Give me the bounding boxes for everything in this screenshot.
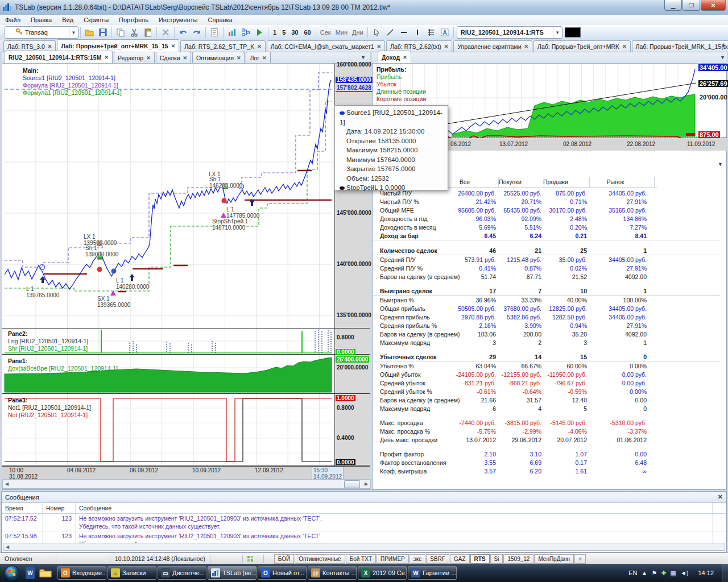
- workspace-tab[interactable]: Лаб: CCI+EMA_I@sh_сжать_маркет1✕: [267, 40, 385, 52]
- workspace-tab[interactable]: Лаб: RTS_3.0✕: [3, 40, 56, 52]
- tab-close-icon[interactable]: ✕: [104, 55, 109, 60]
- grid-icon[interactable]: [243, 555, 264, 563]
- network-icon[interactable]: ▦: [671, 569, 676, 577]
- menu-item[interactable]: Файл: [0, 16, 26, 24]
- menu-item[interactable]: Портфель: [114, 16, 154, 24]
- income-tab[interactable]: Доход✕: [378, 51, 411, 63]
- delete-icon[interactable]: [159, 26, 172, 39]
- taskbar-button[interactable]: WГарантии ...: [408, 566, 457, 580]
- scroll-right-icon[interactable]: ▶: [362, 480, 370, 488]
- script-tab[interactable]: Сделки✕: [156, 52, 191, 63]
- taskbar-button[interactable]: TSLab (ве...: [208, 566, 257, 580]
- taskbar-button[interactable]: X2012 09 Се...: [358, 566, 407, 580]
- copy-icon[interactable]: [114, 26, 127, 39]
- portfolio-tab[interactable]: Бой TXT: [346, 554, 376, 564]
- portfolio-tab[interactable]: БОЙ: [274, 554, 294, 564]
- portfolio-tab[interactable]: RTS: [470, 554, 490, 564]
- maximize-button[interactable]: ❐: [682, 0, 700, 11]
- explorer-icon[interactable]: [38, 567, 53, 579]
- cursor-icon[interactable]: [370, 26, 383, 39]
- timeframe-unit-button[interactable]: Сек: [318, 28, 333, 37]
- tab-close-icon[interactable]: ✕: [524, 44, 529, 49]
- save-icon[interactable]: [96, 26, 110, 39]
- update-icon[interactable]: ✚: [661, 569, 666, 577]
- vline-icon[interactable]: [411, 26, 424, 39]
- tab-close-icon[interactable]: ✕: [403, 55, 407, 60]
- workspace-tab[interactable]: Управление скриптами✕: [453, 40, 532, 52]
- timeframe-unit-button[interactable]: Дни: [350, 28, 366, 37]
- blocks-icon[interactable]: [239, 26, 253, 39]
- messages-scroll-left-icon[interactable]: ◀: [3, 543, 11, 550]
- undo-icon[interactable]: [176, 26, 190, 39]
- agent-selector[interactable]: RIU2_120501_120914-1:RTS▼: [457, 26, 562, 39]
- connection-dropdown-icon[interactable]: ▼: [69, 27, 78, 38]
- open-icon[interactable]: [82, 26, 96, 39]
- menu-item[interactable]: Справка: [203, 16, 238, 24]
- workspace-tab[interactable]: Лаб: Прорыв+Трей_опт+MRK_15_15✕: [57, 39, 179, 52]
- text-icon[interactable]: A: [438, 26, 452, 39]
- tab-close-icon[interactable]: ✕: [377, 44, 382, 49]
- start-button[interactable]: [0, 565, 24, 581]
- volume-icon[interactable]: ◄): [680, 569, 689, 576]
- menu-item[interactable]: Правка: [26, 16, 57, 24]
- timeframe-button[interactable]: 30: [288, 28, 301, 37]
- timeframe-unit-button[interactable]: Мин: [333, 28, 350, 37]
- paste-icon[interactable]: [141, 26, 155, 39]
- portfolio-tab[interactable]: ПРИМЕР: [377, 554, 409, 564]
- trendline-icon[interactable]: [383, 26, 397, 39]
- scrollbar-thumb[interactable]: [344, 480, 360, 488]
- close-button[interactable]: ✕: [701, 0, 726, 11]
- taskbar-button[interactable]: @Контакты ...: [308, 566, 357, 580]
- tab-close-icon[interactable]: ✕: [262, 55, 267, 61]
- tab-close-icon[interactable]: ✕: [146, 55, 151, 61]
- workspace-tab[interactable]: Лаб: Прорыв+Трей_MRK_1_15(txt)✕: [632, 40, 728, 52]
- messages-h-scrollbar[interactable]: ◀: [3, 543, 725, 551]
- portfolio-tab[interactable]: Оптимистичные: [295, 554, 345, 564]
- chart-icon[interactable]: [225, 26, 239, 39]
- connection-selector[interactable]: Transaq▼: [5, 26, 78, 39]
- workspace-tab[interactable]: Лаб: RTS_2.62(txt)✕: [386, 40, 452, 52]
- script-tab[interactable]: Редактор✕: [114, 52, 155, 63]
- hidden-icons-arrow-icon[interactable]: ▲: [642, 569, 648, 576]
- tab-close-icon[interactable]: ✕: [622, 44, 627, 49]
- redo-icon[interactable]: [190, 26, 204, 39]
- agent-dropdown-icon[interactable]: ▼: [553, 27, 562, 38]
- tab-close-icon[interactable]: ✕: [257, 44, 262, 49]
- menu-item[interactable]: Скрипты: [78, 16, 114, 24]
- run-icon[interactable]: [253, 26, 266, 39]
- script-tab[interactable]: RIU2_120501_120914-1:RTS:15M✕: [5, 51, 113, 63]
- taskbar-button[interactable]: OВходящие...: [57, 566, 106, 580]
- hline-icon[interactable]: [397, 26, 411, 39]
- language-indicator[interactable]: EN: [628, 569, 637, 576]
- color-swatch[interactable]: [565, 27, 581, 38]
- tab-overflow-icon[interactable]: ⇟: [721, 42, 726, 581]
- taskbar-button[interactable]: ▭Диспетче...: [158, 566, 206, 580]
- tab-close-icon[interactable]: ✕: [171, 43, 176, 49]
- chart-h-scrollbar[interactable]: ◀ ▶: [2, 479, 371, 489]
- timeframe-button[interactable]: 5: [279, 28, 288, 37]
- portfolio-tab[interactable]: GAZ: [450, 554, 470, 564]
- cut-icon[interactable]: [127, 26, 141, 39]
- taskbar-button[interactable]: ≡Записки: [107, 566, 156, 580]
- script-tab[interactable]: Оптимизация✕: [192, 52, 245, 63]
- tab-close-icon[interactable]: ✕: [444, 44, 449, 49]
- right-tabs-dropdown-icon[interactable]: ▼: [720, 55, 725, 60]
- tab-close-icon[interactable]: ✕: [237, 55, 241, 61]
- taskbar-button[interactable]: OНовый от...: [258, 566, 307, 580]
- minimize-button[interactable]: ▁: [664, 0, 682, 11]
- workspace-tab[interactable]: Лаб: Прорыв+Трей_опт+MRK✕: [533, 40, 630, 52]
- fibo-icon[interactable]: [424, 26, 438, 39]
- workspace-tab[interactable]: Лаб: RTS_2.62_ST_TP_K✕: [180, 40, 266, 52]
- taskbar-clock[interactable]: 14:12: [698, 569, 714, 576]
- menu-item[interactable]: Вид: [57, 16, 78, 24]
- portfolio-tab[interactable]: +: [574, 554, 586, 564]
- scroll-left-icon[interactable]: ◀: [3, 480, 11, 488]
- word-quicklaunch-icon[interactable]: W: [26, 567, 35, 579]
- portfolio-tab[interactable]: SBRF: [426, 554, 449, 564]
- menu-item[interactable]: Инструменты: [154, 16, 203, 24]
- left-tabs-dropdown-icon[interactable]: ▼: [361, 55, 366, 60]
- script-tab[interactable]: Лог✕: [246, 52, 270, 63]
- portfolio-tab[interactable]: МенПрДанн: [534, 554, 574, 564]
- action-center-icon[interactable]: ⚑: [651, 569, 657, 577]
- script-icon[interactable]: [208, 26, 221, 39]
